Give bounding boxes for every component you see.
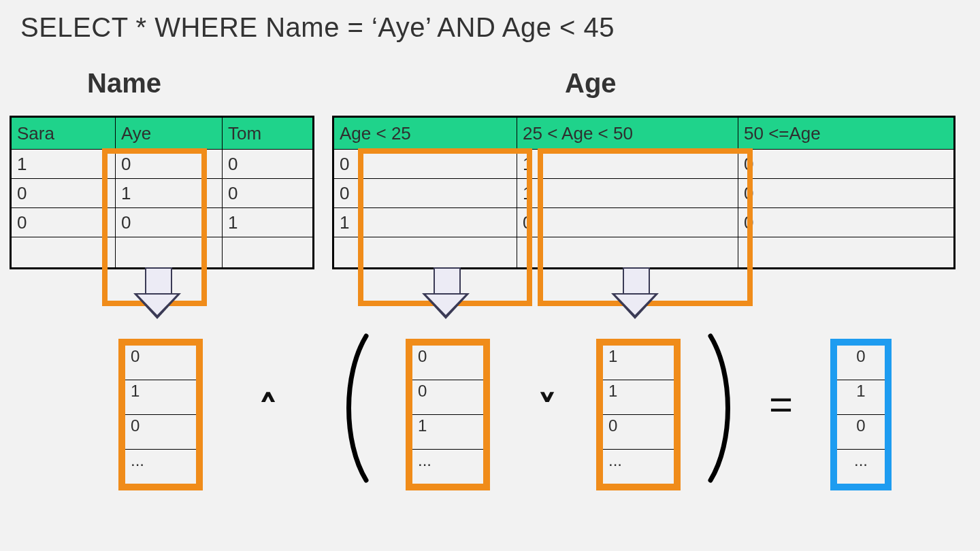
vec-cell: 1: [125, 380, 196, 415]
vec-cell: ...: [125, 450, 196, 484]
name-title: Name: [87, 68, 161, 99]
left-paren-icon: [333, 333, 376, 483]
vector-aye: 0 1 0 ...: [118, 339, 203, 490]
cell: 0: [11, 208, 116, 237]
vec-cell: 0: [412, 346, 483, 380]
vec-cell: 1: [837, 380, 885, 415]
age-header-25-50: 25 < Age < 50: [517, 117, 738, 150]
name-header-aye: Aye: [116, 117, 223, 150]
name-header-sara: Sara: [11, 117, 116, 150]
vec-cell: ...: [837, 450, 885, 484]
vec-cell: 1: [603, 380, 674, 415]
and-operator: ˄: [259, 388, 278, 432]
vec-cell: 0: [125, 346, 196, 380]
cell: 0: [738, 179, 955, 208]
age-header-lt25: Age < 25: [333, 117, 517, 150]
diagram-root: SELECT * WHERE Name = ‘Aye’ AND Age < 45…: [0, 0, 980, 551]
vec-cell: 0: [412, 380, 483, 415]
vec-cell: 0: [837, 415, 885, 450]
vector-result: 0 1 0 ...: [830, 339, 892, 490]
age-title: Age: [565, 68, 617, 99]
cell: 0: [223, 179, 314, 208]
equals-operator: =: [769, 381, 793, 428]
vector-age-lt25: 0 0 1 ...: [406, 339, 490, 490]
cell: 0: [738, 150, 955, 179]
vec-cell: 0: [125, 415, 196, 450]
down-arrow-icon: [611, 267, 659, 322]
vec-cell: ...: [603, 450, 674, 484]
vec-cell: 1: [412, 415, 483, 450]
down-arrow-icon: [422, 267, 470, 322]
cell: 1: [223, 208, 314, 237]
vec-cell: 1: [603, 346, 674, 380]
right-paren-icon: [701, 333, 743, 483]
cell: 1: [11, 150, 116, 179]
down-arrow-icon: [133, 267, 181, 322]
vector-age-25-50: 1 1 0 ...: [596, 339, 681, 490]
vec-cell: 0: [603, 415, 674, 450]
cell: 0: [223, 150, 314, 179]
vec-cell: 0: [837, 346, 885, 380]
cell: 0: [738, 208, 955, 237]
or-operator: ˅: [538, 388, 557, 432]
sql-query: SELECT * WHERE Name = ‘Aye’ AND Age < 45: [20, 12, 615, 43]
vec-cell: ...: [412, 450, 483, 484]
cell: 0: [11, 179, 116, 208]
age-header-ge50: 50 <=Age: [738, 117, 955, 150]
name-header-tom: Tom: [223, 117, 314, 150]
